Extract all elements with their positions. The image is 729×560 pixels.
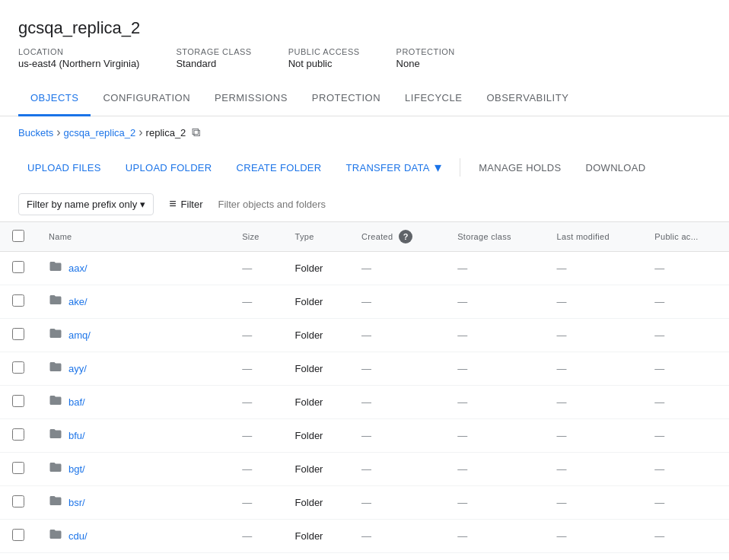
table-row: aax/ — Folder — — — —: [0, 252, 729, 285]
filter-icon: ≡: [169, 197, 176, 211]
download-button[interactable]: DOWNLOAD: [576, 158, 654, 178]
folder-icon: [49, 293, 62, 310]
folder-link[interactable]: ake/: [49, 293, 218, 310]
row-name-cell: cdu/: [37, 520, 230, 553]
folder-icon: [49, 427, 62, 444]
row-last-modified: —: [545, 453, 643, 486]
filter-dropdown[interactable]: Filter by name prefix only ▾: [18, 193, 154, 215]
row-checkbox[interactable]: [12, 462, 24, 474]
folder-link[interactable]: bgt/: [49, 460, 218, 478]
upload-folder-button[interactable]: UPLOAD FOLDER: [116, 158, 221, 178]
table-row: bsr/ — Folder — — — —: [0, 486, 729, 520]
row-type: Folder: [283, 419, 350, 453]
col-header-last-modified: Last modified: [545, 222, 643, 252]
row-name-cell: aax/: [37, 252, 230, 285]
row-checkbox[interactable]: [12, 428, 24, 441]
row-checkbox[interactable]: [12, 261, 24, 273]
row-type: Folder: [283, 553, 350, 561]
breadcrumb-buckets-link[interactable]: Buckets: [18, 127, 53, 138]
transfer-data-button[interactable]: TRANSFER DATA ▾: [337, 154, 451, 180]
row-storage-class: —: [445, 319, 544, 352]
storage-class-label: Storage class: [176, 47, 251, 56]
row-name-cell: ake/: [37, 285, 230, 319]
row-public-access: —: [642, 553, 729, 561]
row-size: —: [230, 553, 282, 561]
tab-permissions[interactable]: PERMISSIONS: [202, 81, 300, 116]
tab-lifecycle[interactable]: LIFECYCLE: [393, 81, 474, 116]
table-row: amq/ — Folder — — — —: [0, 319, 729, 352]
folder-link[interactable]: baf/: [49, 393, 218, 411]
folder-link[interactable]: bsr/: [49, 494, 218, 511]
breadcrumb: Buckets › gcsqa_replica_2 › replica_2 ⧉: [0, 116, 729, 148]
row-checkbox[interactable]: [12, 529, 24, 541]
select-all-header: [0, 222, 37, 252]
breadcrumb-current: replica_2: [146, 127, 186, 138]
protection-label: Protection: [396, 47, 455, 56]
select-all-checkbox[interactable]: [12, 230, 24, 242]
create-folder-button[interactable]: CREATE FOLDER: [228, 158, 331, 178]
tab-observability[interactable]: OBSERVABILITY: [474, 81, 581, 116]
col-header-storage-class: Storage class: [445, 222, 544, 252]
row-name: cdu/: [68, 530, 88, 542]
table-row: bfu/ — Folder — — — —: [0, 419, 729, 453]
manage-holds-button[interactable]: MANAGE HOLDS: [470, 158, 570, 178]
row-type: Folder: [283, 486, 350, 520]
tab-protection[interactable]: PROTECTION: [300, 81, 393, 116]
table-body: aax/ — Folder — — — — ake/ — Folder — — …: [0, 252, 729, 561]
folder-link[interactable]: aax/: [49, 259, 218, 277]
storage-class-value: Standard: [176, 58, 251, 69]
row-checkbox[interactable]: [12, 328, 24, 340]
row-storage-class: —: [445, 252, 544, 285]
row-size: —: [230, 319, 282, 352]
toolbar-divider: [460, 158, 460, 177]
row-checkbox-cell: [0, 553, 37, 561]
row-name-cell: bsr/: [37, 486, 230, 520]
tab-objects[interactable]: OBJECTS: [18, 81, 91, 116]
folder-link[interactable]: amq/: [49, 326, 218, 344]
tabs-bar: OBJECTS CONFIGURATION PERMISSIONS PROTEC…: [0, 81, 729, 116]
row-public-access: —: [642, 486, 729, 520]
tab-configuration[interactable]: CONFIGURATION: [91, 81, 202, 116]
row-public-access: —: [642, 285, 729, 319]
row-name-cell: bgt/: [37, 453, 230, 486]
row-last-modified: —: [545, 386, 643, 419]
row-type: Folder: [283, 386, 350, 419]
row-checkbox-cell: [0, 285, 37, 319]
row-name: bsr/: [68, 497, 85, 508]
upload-files-button[interactable]: UPLOAD FILES: [18, 158, 110, 178]
row-type: Folder: [283, 520, 350, 553]
row-checkbox[interactable]: [12, 361, 24, 374]
transfer-data-dropdown-icon: ▾: [435, 159, 441, 176]
table-row: cgb/ — Folder — — — —: [0, 553, 729, 561]
col-header-public-access: Public ac...: [642, 222, 729, 252]
row-checkbox[interactable]: [12, 395, 24, 407]
filter-label: Filter: [181, 199, 203, 210]
meta-public-access: Public access Not public: [288, 47, 360, 69]
row-storage-class: —: [445, 453, 544, 486]
folder-icon: [49, 360, 62, 377]
created-help-icon[interactable]: ?: [399, 230, 412, 243]
row-checkbox[interactable]: [12, 495, 24, 508]
meta-protection: Protection None: [396, 47, 455, 69]
filter-dropdown-icon: ▾: [140, 199, 145, 210]
row-storage-class: —: [445, 553, 544, 561]
row-type: Folder: [283, 285, 350, 319]
row-checkbox-cell: [0, 352, 37, 386]
breadcrumb-bucket-link[interactable]: gcsqa_replica_2: [64, 127, 136, 138]
filter-button[interactable]: ≡ Filter: [163, 192, 209, 215]
row-name: bfu/: [68, 430, 85, 441]
folder-link[interactable]: cdu/: [49, 527, 218, 545]
row-checkbox[interactable]: [12, 294, 24, 307]
folder-link[interactable]: bfu/: [49, 427, 218, 444]
row-last-modified: —: [545, 319, 643, 352]
col-header-created: Created ?: [349, 222, 445, 252]
copy-path-icon[interactable]: ⧉: [192, 126, 200, 139]
folder-link[interactable]: ayy/: [49, 360, 218, 377]
row-type: Folder: [283, 252, 350, 285]
row-storage-class: —: [445, 352, 544, 386]
breadcrumb-chevron-2: ›: [138, 126, 142, 139]
meta-row: Location us-east4 (Northern Virginia) St…: [18, 47, 711, 69]
row-last-modified: —: [545, 419, 643, 453]
row-name: aax/: [68, 262, 88, 274]
filter-input[interactable]: [218, 199, 711, 210]
